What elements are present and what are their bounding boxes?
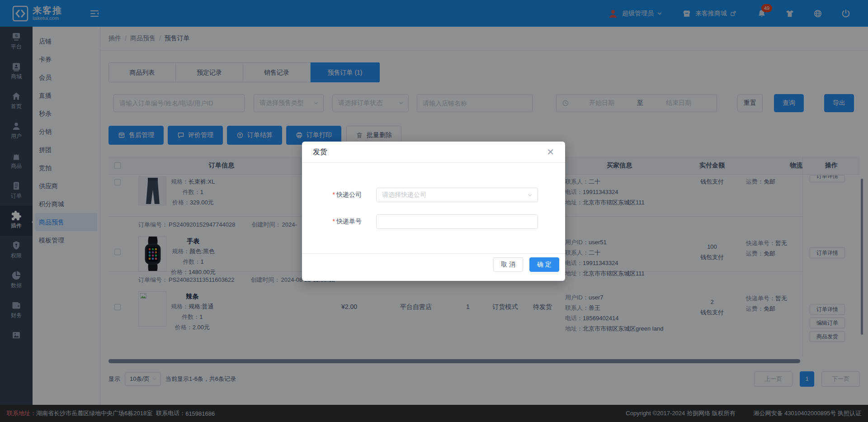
- cancel-button[interactable]: 取 消: [493, 257, 523, 272]
- close-icon[interactable]: ✕: [547, 147, 554, 156]
- confirm-button[interactable]: 确 定: [529, 257, 559, 272]
- ship-modal: 发货 ✕ *快递公司 请选择快递公司 *快递单号 取 消 确 定: [302, 142, 565, 281]
- tracking-number-label: *快递单号: [302, 218, 362, 226]
- express-company-label: *快递公司: [302, 191, 362, 199]
- tracking-number-input[interactable]: [376, 214, 538, 229]
- chevron-down-icon: [527, 192, 533, 198]
- modal-title: 发货: [313, 147, 327, 157]
- express-company-select[interactable]: 请选择快递公司: [376, 188, 538, 202]
